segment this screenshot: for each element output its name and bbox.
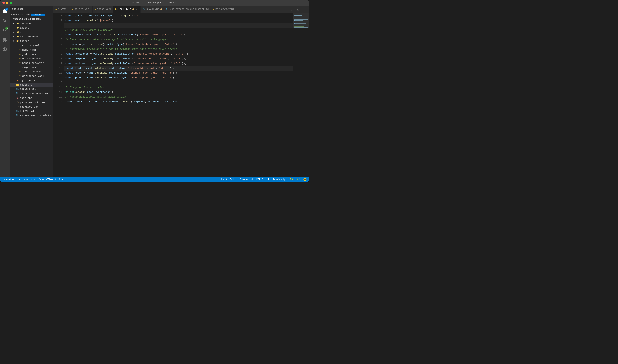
git-branch[interactable]: ⎇ master* bbox=[1, 177, 16, 182]
yaml-icon: ≡ bbox=[18, 48, 22, 51]
code-line-5: const themeColors = yaml.safeLoad(readFi… bbox=[64, 32, 293, 37]
tab-nl-yaml[interactable]: ≡ nl.yaml bbox=[53, 6, 70, 13]
tab-jsdoc-yaml[interactable]: ≡ jsdoc.yaml bbox=[93, 6, 114, 13]
file-panda-base-yaml[interactable]: ≡ panda-base.yaml bbox=[10, 61, 53, 65]
position-label: Ln 3, Col 1 bbox=[221, 178, 237, 181]
code-editor[interactable]: const { writeFile, readFileSync } = requ… bbox=[64, 13, 293, 177]
errors-count[interactable]: ⊗ 0 bbox=[23, 177, 29, 182]
more-actions-button[interactable]: ··· bbox=[302, 7, 308, 13]
file-build-js[interactable]: JS build.js bbox=[10, 83, 53, 87]
md-icon: M↓ bbox=[16, 109, 19, 113]
wakatime-label: WakaTime Active bbox=[42, 178, 63, 181]
minimize-button[interactable] bbox=[6, 1, 8, 4]
activity-search[interactable] bbox=[0, 16, 10, 26]
file-workbench-yaml[interactable]: ≡ workbench.yaml bbox=[10, 74, 53, 78]
folder-icon: 📁 bbox=[16, 22, 19, 25]
code-line-8: // Additional theme definitions to combi… bbox=[64, 47, 293, 52]
yaml-icon: ≡ bbox=[18, 44, 22, 47]
code-line-15 bbox=[64, 80, 293, 85]
activity-remote[interactable] bbox=[0, 45, 10, 54]
layout-button[interactable]: ⊟ bbox=[296, 7, 301, 13]
file-color-semantics-md[interactable]: M↓ Color Semantics.md bbox=[10, 91, 53, 96]
smiley-icon: 🙂 bbox=[303, 178, 307, 182]
editor-area: ≡ nl.yaml ≡ colors.yaml ≡ jsdoc.yaml JS … bbox=[53, 6, 309, 177]
json-icon: {} bbox=[16, 105, 19, 108]
tab-vsc-quickstart-md[interactable]: M↓ vsc-extension-quickstart.md bbox=[164, 6, 211, 13]
eslint-status[interactable]: ESLint! bbox=[289, 177, 301, 182]
yaml-icon: ≡ bbox=[18, 66, 22, 69]
file-regex-yaml[interactable]: ≡ regex.yaml bbox=[10, 65, 53, 69]
folder-icon: 📁 bbox=[16, 31, 19, 34]
file-colors-yaml[interactable]: ≡ colors.yaml bbox=[10, 43, 53, 48]
close-button[interactable] bbox=[2, 1, 5, 4]
minimap bbox=[293, 13, 309, 177]
tab-readme-md[interactable]: M↓ README.md bbox=[141, 6, 164, 13]
code-line-16: // Merge workbench styles bbox=[64, 85, 293, 90]
eslint-label: ESLint! bbox=[290, 178, 300, 181]
file-html-yaml[interactable]: ≡ html.yaml bbox=[10, 48, 53, 52]
explorer-badge: 1 bbox=[5, 8, 8, 11]
sync-button[interactable]: ↻ bbox=[18, 177, 21, 182]
source-control-badge: 10 bbox=[5, 27, 8, 30]
folder-dist[interactable]: ▶ 📁 dist bbox=[10, 30, 53, 34]
yaml-tab-icon: ≡ bbox=[72, 8, 74, 10]
window-title: build.js — vscode-panda-extended bbox=[132, 1, 177, 4]
folder-vscode[interactable]: ▶ 📁 .vscode bbox=[10, 21, 53, 26]
cursor-position[interactable]: Ln 3, Col 1 bbox=[220, 177, 238, 182]
folder-node-modules[interactable]: ▶ 📁 node_modules bbox=[10, 34, 53, 39]
file-jsdoc-yaml[interactable]: ≡ jsdoc.yaml bbox=[10, 52, 53, 56]
tab-close-button[interactable]: ✕ bbox=[135, 8, 138, 11]
file-package-lock-json[interactable]: {} package-lock.json bbox=[10, 100, 53, 104]
activity-extensions[interactable] bbox=[0, 35, 10, 45]
folder-themes[interactable]: ▼ 📂 themes bbox=[10, 39, 53, 43]
file-markdown-yaml[interactable]: ≡ markdown.yaml bbox=[10, 56, 53, 61]
split-editor-button[interactable]: ⊞ bbox=[289, 7, 295, 13]
file-gitignore[interactable]: ◆ .gitignore bbox=[10, 78, 53, 83]
vscode-window: build.js — vscode-panda-extended 1 10 bbox=[0, 0, 309, 182]
file-template-yaml[interactable]: ≡ template.yaml bbox=[10, 69, 53, 74]
code-line-1: const { writeFile, readFileSync } = requ… bbox=[64, 13, 293, 18]
unsaved-badge: 1 UNSAVED bbox=[31, 13, 45, 16]
folder-icon: 📁 bbox=[16, 35, 19, 38]
folder-assets[interactable]: ▶ 📁 assets bbox=[10, 26, 53, 30]
file-package-json[interactable]: {} package.json bbox=[10, 104, 53, 109]
smiley-button[interactable]: 🙂 bbox=[302, 177, 308, 182]
project-root[interactable]: ▼ VSCODE-PANDA-EXTENDED bbox=[10, 17, 53, 21]
code-line-10: const template = yaml.safeLoad(readFileS… bbox=[64, 56, 293, 61]
code-line-3 bbox=[64, 23, 293, 28]
md-icon: M↓ bbox=[16, 114, 19, 117]
tab-build-js[interactable]: JS build.js ✕ bbox=[114, 6, 140, 13]
minimap-slider[interactable] bbox=[293, 13, 309, 28]
branch-name: master* bbox=[6, 178, 16, 181]
folder-icon: 📁 bbox=[16, 26, 19, 29]
activity-explorer[interactable]: 1 bbox=[0, 6, 10, 16]
file-vsc-quickstart-md[interactable]: M↓ vsc-extension-quickstart.md bbox=[10, 113, 53, 118]
warnings-count[interactable]: ⚠ 0 bbox=[30, 177, 36, 182]
md-icon: M↓ bbox=[16, 88, 19, 91]
project-root-label: VSCODE-PANDA-EXTENDED bbox=[13, 18, 41, 20]
wakatime-status[interactable]: ⏱ WakaTime Active bbox=[38, 177, 64, 182]
encoding-setting[interactable]: UTF-8 bbox=[255, 177, 264, 182]
activity-bar: 1 10 bbox=[0, 6, 10, 177]
code-line-14: const jsdoc = yaml.safeLoad(readFileSync… bbox=[64, 76, 293, 80]
yaml-icon: ≡ bbox=[18, 70, 22, 73]
errors-label: ⊗ 0 bbox=[24, 178, 28, 181]
status-bar-right: Ln 3, Col 1 Spaces: 4 UTF-8 LF JavaScrip… bbox=[220, 177, 308, 182]
code-line-2: const yaml = require('js-yaml'); bbox=[64, 18, 293, 23]
yaml-tab-icon: ≡ bbox=[55, 8, 57, 10]
file-icon-png[interactable]: 🖼 icon.png bbox=[10, 96, 53, 100]
indent-settings[interactable]: Spaces: 4 bbox=[239, 177, 254, 182]
tab-colors-yaml[interactable]: ≡ colors.yaml bbox=[70, 6, 93, 13]
wakatime-icon: ⏱ bbox=[39, 178, 41, 181]
line-ending-setting[interactable]: LF bbox=[266, 177, 270, 182]
line-numbers: 1 2 3 4 5 6 7 8 9 10 11 12 13 14 15 16 1 bbox=[53, 13, 64, 177]
tab-label: vsc-extension-quickstart.md bbox=[170, 8, 209, 11]
language-mode[interactable]: JavaScript bbox=[272, 177, 288, 182]
maximize-button[interactable] bbox=[10, 1, 12, 4]
code-line-17: Object.assign(base, workbench); bbox=[64, 90, 293, 95]
file-readme-md[interactable]: M↓ README.md bbox=[10, 109, 53, 113]
open-editors-section[interactable]: ▶ OPEN EDITORS 1 UNSAVED bbox=[10, 13, 53, 17]
tab-markdown-yaml[interactable]: ≡ markdown.yaml bbox=[211, 6, 236, 13]
file-changelog-md[interactable]: M↓ CHANGELOG.md bbox=[10, 87, 53, 91]
activity-source-control[interactable]: 10 bbox=[0, 26, 10, 35]
